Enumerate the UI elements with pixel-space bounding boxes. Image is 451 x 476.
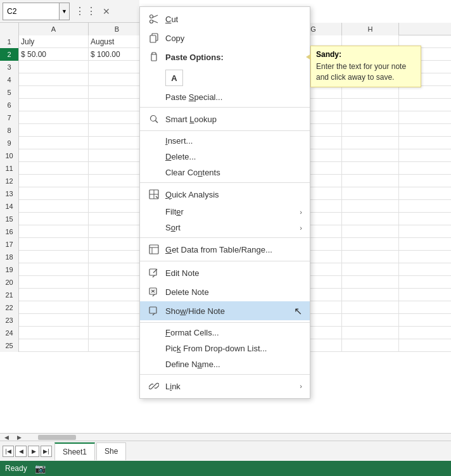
svg-rect-7: [152, 53, 156, 54]
menu-label-insert: Insert...: [165, 136, 302, 146]
menu-item-show-hide-note[interactable]: Show/Hide Note ↖: [140, 301, 310, 320]
menu-label-get-data: Get Data from Table/Range...: [165, 245, 302, 254]
svg-line-9: [156, 121, 158, 123]
menu-label-delete: Delete...: [165, 152, 302, 161]
row-num-header: [0, 23, 19, 35]
svg-line-20: [153, 271, 155, 273]
menu-divider: [140, 374, 310, 375]
cell-b1[interactable]: August: [89, 35, 146, 48]
menu-label-sort: Sort: [165, 223, 300, 232]
edit-note-icon: [148, 266, 160, 279]
svg-rect-17: [149, 269, 156, 275]
formula-bar-dots: ⋮⋮: [75, 5, 98, 17]
menu-item-clear-contents[interactable]: Clear Contents: [140, 165, 310, 180]
menu-item-delete[interactable]: Delete...: [140, 149, 310, 165]
tab-nav-next[interactable]: ▶: [28, 446, 39, 457]
note-tooltip-text: Enter the text for your note and click a…: [316, 61, 416, 83]
horizontal-scrollbar[interactable]: ◀ ▶: [0, 433, 451, 441]
svg-line-13: [156, 196, 158, 198]
link-icon: [148, 380, 160, 392]
sort-arrow: ›: [300, 224, 302, 232]
menu-item-delete-note[interactable]: Delete Note: [140, 282, 310, 301]
menu-label-copy: Copy: [165, 34, 302, 43]
menu-item-filter[interactable]: Filter ›: [140, 204, 310, 220]
sheet-tab-she[interactable]: She: [96, 442, 126, 460]
tab-nav-first[interactable]: |◀: [3, 446, 14, 457]
menu-label-clear-contents: Clear Contents: [165, 168, 302, 177]
copy-icon: [148, 32, 160, 44]
tab-nav: |◀ ◀ ▶ ▶|: [0, 446, 54, 457]
close-icon[interactable]: ✕: [103, 6, 110, 16]
camera-icon[interactable]: 📷: [35, 463, 46, 473]
note-tooltip-arrow: [306, 54, 311, 60]
filter-arrow: ›: [300, 208, 302, 216]
menu-item-link[interactable]: Link ›: [140, 377, 310, 396]
status-text: Ready: [5, 464, 27, 473]
menu-item-format-cells[interactable]: Format Cells...: [140, 325, 310, 341]
menu-label-define-name: Define Name...: [165, 360, 302, 369]
menu-item-edit-note[interactable]: Edit Note: [140, 263, 310, 282]
paste-icon: [148, 51, 160, 63]
spreadsheet: C2 ▼ ⋮⋮ ✕ A B C D E F G H 1 July August …: [0, 0, 451, 476]
menu-divider: [140, 261, 310, 261]
menu-label-pick-dropdown: Pick From Drop-down List...: [165, 344, 302, 353]
show-note-icon: [148, 304, 160, 317]
scroll-right-btn[interactable]: ▶: [13, 434, 25, 441]
menu-item-paste-options: Paste Options:: [140, 47, 310, 66]
menu-item-smart-lookup[interactable]: Smart Lookup: [140, 110, 310, 128]
smart-lookup-icon: [148, 113, 160, 125]
scrollbar-thumb[interactable]: [38, 435, 76, 440]
menu-item-cut[interactable]: Cut: [140, 9, 310, 28]
cell-a1[interactable]: July: [19, 35, 89, 48]
menu-label-show-hide-note: Show/Hide Note: [165, 306, 289, 316]
menu-item-quick-analysis[interactable]: Quick Analysis: [140, 185, 310, 204]
menu-item-paste-icon-row[interactable]: A: [140, 66, 310, 89]
menu-divider: [140, 107, 310, 108]
menu-divider: [140, 130, 310, 131]
formula-bar: C2 ▼ ⋮⋮ ✕: [0, 0, 139, 23]
menu-divider: [140, 182, 310, 183]
menu-item-insert[interactable]: Insert...: [140, 133, 310, 149]
scissors-icon: [148, 13, 160, 25]
menu-divider: [140, 237, 310, 238]
menu-item-paste-special[interactable]: Paste Special...: [140, 89, 310, 105]
menu-item-sort[interactable]: Sort ›: [140, 220, 310, 235]
menu-item-copy[interactable]: Copy: [140, 28, 310, 47]
svg-point-0: [150, 15, 153, 18]
cursor-indicator: ↖: [294, 305, 302, 317]
menu-label-paste-special: Paste Special...: [165, 92, 302, 102]
col-header-a[interactable]: A: [19, 23, 89, 35]
col-header-h[interactable]: H: [342, 23, 399, 35]
menu-item-define-name[interactable]: Define Name...: [140, 356, 310, 372]
tab-nav-last[interactable]: ▶|: [41, 446, 52, 457]
menu-item-get-data[interactable]: Get Data from Table/Range...: [140, 240, 310, 259]
paste-options-label: Paste Options:: [165, 53, 224, 62]
scroll-left-btn[interactable]: ◀: [0, 434, 13, 441]
row-num: 2: [0, 48, 19, 61]
note-tooltip[interactable]: Sandy: Enter the text for your note and …: [310, 46, 421, 87]
cell-a2[interactable]: $ 50.00: [19, 48, 89, 61]
sheet-tab-sheet1[interactable]: Sheet1: [54, 442, 95, 460]
status-bar: Ready 📷: [0, 461, 451, 476]
svg-rect-25: [149, 307, 156, 313]
note-tooltip-title: Sandy:: [316, 50, 416, 59]
name-box[interactable]: C2: [3, 3, 60, 20]
link-arrow: ›: [300, 382, 302, 390]
col-header-b[interactable]: B: [89, 23, 146, 35]
svg-point-1: [150, 20, 153, 23]
paste-a-icon[interactable]: A: [165, 70, 183, 86]
menu-divider: [140, 322, 310, 323]
menu-label-cut: Cut: [165, 15, 302, 24]
cell-b2[interactable]: $ 100.00: [89, 48, 146, 61]
menu-label-format-cells: Format Cells...: [165, 328, 302, 337]
menu-item-pick-dropdown[interactable]: Pick From Drop-down List...: [140, 341, 310, 356]
svg-point-8: [151, 116, 156, 122]
tab-nav-prev[interactable]: ◀: [15, 446, 27, 457]
menu-label-edit-note: Edit Note: [165, 268, 302, 278]
row-num: 1: [0, 35, 19, 48]
context-menu: Cut Copy Paste Options: A: [139, 6, 310, 399]
table-icon: [148, 243, 160, 256]
delete-note-icon: [148, 285, 160, 298]
svg-rect-14: [149, 245, 158, 254]
name-box-dropdown[interactable]: ▼: [60, 3, 70, 20]
